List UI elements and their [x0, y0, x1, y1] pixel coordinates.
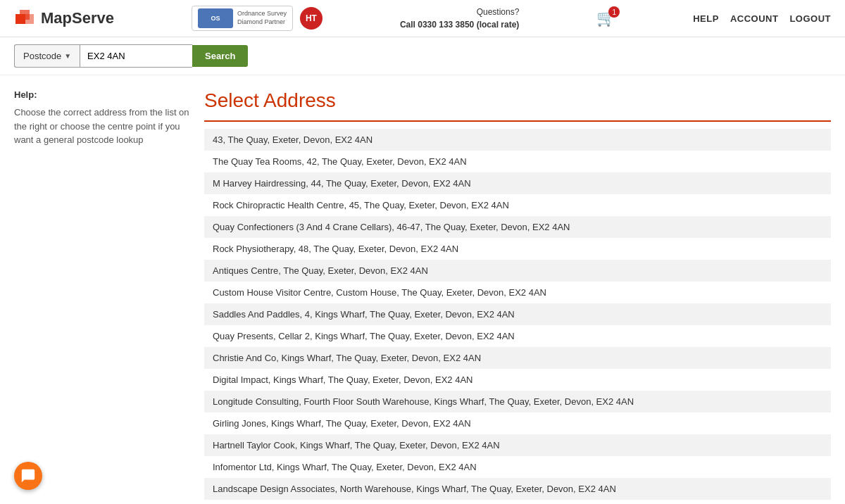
address-row[interactable]: Quay Confectioners (3 And 4 Crane Cellar…: [204, 216, 831, 238]
address-cell: The Quay Tea Rooms, 42, The Quay, Exeter…: [204, 151, 831, 172]
logo[interactable]: MapServe: [14, 7, 114, 30]
address-row[interactable]: Landscape Design Associates, North Wareh…: [204, 478, 831, 500]
search-button[interactable]: Search: [192, 45, 248, 67]
address-cell: Rock Physiotherapy, 48, The Quay, Exeter…: [204, 238, 831, 260]
address-row[interactable]: Infomentor Ltd, Kings Wharf, The Quay, E…: [204, 456, 831, 478]
cart-area[interactable]: 🛒 1: [596, 9, 615, 27]
address-cell: 43, The Quay, Exeter, Devon, EX2 4AN: [204, 129, 831, 151]
header: MapServe OS Ordnance Survey Diamond Part…: [0, 0, 845, 37]
address-cell: Quay Presents, Cellar 2, Kings Wharf, Th…: [204, 325, 831, 347]
os-partner-label: Ordnance Survey Diamond Partner: [237, 10, 287, 26]
search-input[interactable]: [80, 44, 192, 68]
address-cell: One Garden Court Family Law Chambers, Ki…: [204, 500, 831, 504]
address-cell: Landscape Design Associates, North Wareh…: [204, 478, 831, 500]
header-contact: Questions? Call 0330 133 3850 (local rat…: [400, 6, 519, 31]
header-nav: HELP ACCOUNT LOGOUT: [693, 13, 831, 24]
address-row[interactable]: Antiques Centre, The Quay, Exeter, Devon…: [204, 260, 831, 282]
postcode-label: Postcode: [23, 51, 61, 61]
address-row[interactable]: Hartnell Taylor Cook, Kings Wharf, The Q…: [204, 434, 831, 456]
address-row[interactable]: Longitude Consulting, Fourth Floor South…: [204, 391, 831, 412]
logo-text: MapServe: [41, 9, 114, 27]
address-row[interactable]: 43, The Quay, Exeter, Devon, EX2 4AN: [204, 129, 831, 151]
address-cell: Antiques Centre, The Quay, Exeter, Devon…: [204, 260, 831, 282]
address-row[interactable]: M Harvey Hairdressing, 44, The Quay, Exe…: [204, 172, 831, 194]
address-row[interactable]: The Quay Tea Rooms, 42, The Quay, Exeter…: [204, 151, 831, 172]
address-row[interactable]: One Garden Court Family Law Chambers, Ki…: [204, 500, 831, 504]
sidebar: Help: Choose the correct address from th…: [14, 89, 190, 504]
address-row[interactable]: Quay Presents, Cellar 2, Kings Wharf, Th…: [204, 325, 831, 347]
address-row[interactable]: Rock Physiotherapy, 48, The Quay, Exeter…: [204, 238, 831, 260]
address-cell: Girling Jones, Kings Wharf, The Quay, Ex…: [204, 412, 831, 434]
chat-icon: [20, 468, 36, 484]
dropdown-arrow-icon: ▼: [64, 52, 71, 60]
account-link[interactable]: ACCOUNT: [730, 13, 779, 24]
search-bar: Postcode ▼ Search: [0, 37, 845, 75]
address-cell: Hartnell Taylor Cook, Kings Wharf, The Q…: [204, 434, 831, 456]
svg-rect-2: [24, 14, 34, 24]
address-table: 43, The Quay, Exeter, Devon, EX2 4ANThe …: [204, 129, 831, 504]
address-row[interactable]: Girling Jones, Kings Wharf, The Quay, Ex…: [204, 412, 831, 434]
help-text: Choose the correct address from the list…: [14, 106, 190, 147]
help-title: Help:: [14, 89, 190, 100]
address-row[interactable]: Saddles And Paddles, 4, Kings Wharf, The…: [204, 303, 831, 325]
address-row[interactable]: Custom House Visitor Centre, Custom Hous…: [204, 282, 831, 303]
logo-icon: [14, 7, 37, 30]
chat-widget[interactable]: [14, 462, 42, 490]
address-cell: Digital Impact, Kings Wharf, The Quay, E…: [204, 369, 831, 391]
address-cell: Saddles And Paddles, 4, Kings Wharf, The…: [204, 303, 831, 325]
ht-logo: HT: [300, 7, 323, 30]
address-cell: Quay Confectioners (3 And 4 Crane Cellar…: [204, 216, 831, 238]
address-cell: Infomentor Ltd, Kings Wharf, The Quay, E…: [204, 456, 831, 478]
address-cell: Christie And Co, Kings Wharf, The Quay, …: [204, 347, 831, 369]
address-row[interactable]: Christie And Co, Kings Wharf, The Quay, …: [204, 347, 831, 369]
logout-link[interactable]: LOGOUT: [789, 13, 831, 24]
title-divider: [204, 120, 831, 122]
page-title: Select Address: [204, 89, 831, 112]
cart-badge: 1: [608, 6, 620, 18]
os-logo: OS: [198, 8, 233, 28]
address-row[interactable]: Digital Impact, Kings Wharf, The Quay, E…: [204, 369, 831, 391]
postcode-dropdown[interactable]: Postcode ▼: [14, 44, 80, 68]
main-content: Help: Choose the correct address from th…: [0, 75, 845, 504]
header-center: OS Ordnance Survey Diamond Partner HT: [192, 6, 323, 31]
address-cell: Custom House Visitor Centre, Custom Hous…: [204, 282, 831, 303]
address-cell: Rock Chiropractic Health Centre, 45, The…: [204, 194, 831, 216]
os-partner-badge: OS Ordnance Survey Diamond Partner: [192, 6, 293, 31]
content-area: Select Address 43, The Quay, Exeter, Dev…: [204, 89, 831, 504]
address-row[interactable]: Rock Chiropractic Health Centre, 45, The…: [204, 194, 831, 216]
help-link[interactable]: HELP: [693, 13, 719, 24]
address-cell: M Harvey Hairdressing, 44, The Quay, Exe…: [204, 172, 831, 194]
address-cell: Longitude Consulting, Fourth Floor South…: [204, 391, 831, 412]
